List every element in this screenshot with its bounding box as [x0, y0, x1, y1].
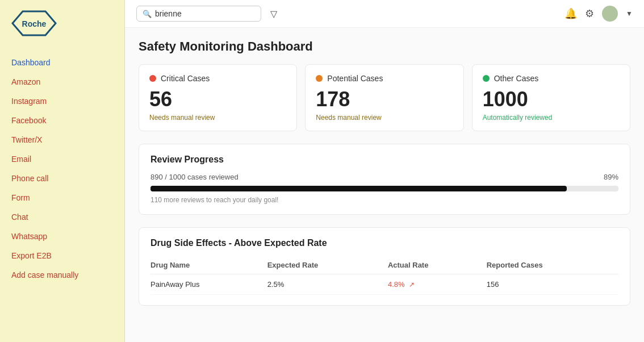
col-expected-rate: Expected Rate: [267, 256, 388, 274]
search-input[interactable]: [155, 9, 255, 18]
drug-table-section: Drug Side Effects - Above Expected Rate …: [139, 227, 630, 306]
sidebar: Roche Dashboard Amazon Instagram Faceboo…: [0, 0, 125, 342]
other-number: 1000: [483, 87, 620, 111]
potential-dot: [316, 75, 323, 82]
critical-dot: [149, 75, 156, 82]
other-dot: [483, 75, 490, 82]
user-dropdown-arrow[interactable]: ▼: [626, 10, 633, 18]
cards-row: Critical Cases 56 Needs manual review Po…: [139, 64, 630, 131]
sidebar-item-twitter[interactable]: Twitter/X: [0, 130, 124, 149]
main-area: 🔍 ▽ 🔔 ⚙ ▼ Safety Monitoring Dashboard Cr…: [125, 0, 644, 342]
svg-text:Roche: Roche: [22, 19, 47, 28]
card-other: Other Cases 1000 Automatically reviewed: [472, 64, 630, 131]
sidebar-item-export-e2b[interactable]: Export E2B: [0, 246, 124, 265]
header: 🔍 ▽ 🔔 ⚙ ▼: [125, 0, 644, 28]
card-potential-header: Potential Cases: [316, 74, 453, 83]
drug-table: Drug Name Expected Rate Actual Rate Repo…: [150, 256, 618, 295]
progress-label: 890 / 1000 cases reviewed: [150, 173, 239, 181]
sidebar-item-dashboard[interactable]: Dashboard: [0, 53, 124, 72]
sidebar-item-add-case[interactable]: Add case manually: [0, 265, 124, 285]
page-title: Safety Monitoring Dashboard: [139, 39, 630, 54]
critical-sub: Needs manual review: [149, 114, 286, 122]
sidebar-item-facebook[interactable]: Facebook: [0, 111, 124, 130]
sidebar-item-whatsapp[interactable]: Whatsapp: [0, 227, 124, 246]
table-row: PainAway Plus 2.5% 4.8% ↗ 156: [150, 274, 618, 295]
progress-bar-fill: [150, 186, 567, 191]
other-sub: Automatically reviewed: [483, 114, 620, 122]
critical-number: 56: [149, 87, 286, 111]
sidebar-logo: Roche: [0, 0, 124, 50]
search-box[interactable]: 🔍: [136, 6, 261, 22]
review-progress-section: Review Progress 890 / 1000 cases reviewe…: [139, 144, 630, 215]
card-other-header: Other Cases: [483, 74, 620, 83]
header-right: 🔔 ⚙ ▼: [564, 6, 633, 22]
potential-sub: Needs manual review: [316, 114, 453, 122]
bell-icon[interactable]: 🔔: [564, 7, 577, 20]
filter-icon[interactable]: ▽: [270, 9, 277, 19]
sidebar-nav: Dashboard Amazon Instagram Facebook Twit…: [0, 50, 124, 285]
col-drug-name: Drug Name: [150, 256, 267, 274]
trend-up-icon: ↗: [409, 281, 415, 289]
sidebar-item-instagram[interactable]: Instagram: [0, 91, 124, 111]
cell-expected-rate: 2.5%: [267, 274, 388, 295]
search-icon: 🔍: [143, 10, 152, 18]
cell-reported-cases: 156: [487, 274, 618, 295]
actual-rate-value: 4.8%: [388, 280, 405, 289]
sidebar-item-amazon[interactable]: Amazon: [0, 72, 124, 91]
col-reported-cases: Reported Cases: [487, 256, 618, 274]
card-potential: Potential Cases 178 Needs manual review: [305, 64, 463, 131]
sidebar-item-form[interactable]: Form: [0, 188, 124, 207]
potential-number: 178: [316, 87, 453, 111]
review-progress-title: Review Progress: [150, 155, 618, 165]
critical-label: Critical Cases: [161, 74, 210, 83]
sidebar-item-email[interactable]: Email: [0, 149, 124, 169]
progress-note: 110 more reviews to reach your daily goa…: [150, 196, 618, 204]
drug-table-title: Drug Side Effects - Above Expected Rate: [150, 238, 618, 248]
progress-bar-background: [150, 186, 618, 191]
card-critical-header: Critical Cases: [149, 74, 286, 83]
content-area: Safety Monitoring Dashboard Critical Cas…: [125, 28, 644, 342]
other-label: Other Cases: [494, 74, 539, 83]
gear-icon[interactable]: ⚙: [585, 7, 594, 20]
progress-meta: 890 / 1000 cases reviewed 89%: [150, 173, 618, 181]
card-critical: Critical Cases 56 Needs manual review: [139, 64, 297, 131]
col-actual-rate: Actual Rate: [388, 256, 487, 274]
cell-actual-rate: 4.8% ↗: [388, 274, 487, 295]
roche-logo[interactable]: Roche: [11, 10, 57, 36]
cell-drug-name: PainAway Plus: [150, 274, 267, 295]
avatar[interactable]: [602, 6, 618, 22]
sidebar-item-phone-call[interactable]: Phone call: [0, 169, 124, 188]
progress-percent: 89%: [604, 173, 618, 181]
potential-label: Potential Cases: [327, 74, 383, 83]
sidebar-item-chat[interactable]: Chat: [0, 207, 124, 227]
